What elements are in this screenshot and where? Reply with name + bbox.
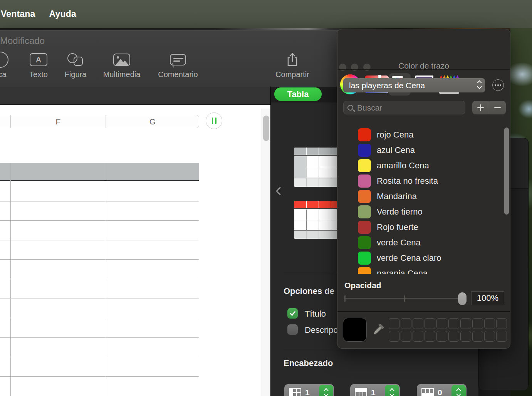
color-swatch [358, 190, 371, 203]
title-checkbox-label: Título [305, 309, 326, 319]
add-column-handle[interactable] [206, 112, 222, 129]
list-scrollbar-thumb[interactable] [504, 128, 509, 215]
color-search-field[interactable] [343, 101, 465, 114]
color-list-item[interactable]: verde Cena claro [337, 250, 510, 266]
color-list-item[interactable]: naranja Cena [337, 266, 510, 274]
color-swatch [358, 159, 371, 172]
spreadsheet-canvas[interactable]: F G [0, 105, 270, 396]
opacity-slider[interactable] [344, 298, 467, 299]
header-columns-icon [289, 388, 301, 396]
column-header-g[interactable]: G [106, 115, 199, 128]
share-icon [286, 53, 299, 67]
header-rows-stepper[interactable]: 1 [350, 384, 400, 396]
menu-ventana[interactable]: Ventana [1, 9, 35, 19]
color-swatch [358, 252, 371, 265]
stepper-up-down-button[interactable] [385, 385, 399, 396]
menu-ayuda[interactable]: Ayuda [49, 9, 76, 19]
palette-select[interactable]: las playeras de Cena [343, 78, 485, 92]
toolbar-comment-button[interactable]: Comentario [154, 53, 202, 79]
color-swatch [358, 128, 371, 141]
description-checkbox-label: Descripc [305, 325, 338, 335]
stepper-up-down-button[interactable] [319, 385, 333, 396]
swatch-dock[interactable] [389, 318, 509, 342]
color-swatch [358, 221, 371, 234]
media-icon [113, 54, 130, 66]
stroke-color-panel: Color de trazo [337, 29, 510, 349]
screen: Ventana Ayuda Modificado fica A Texto F [0, 0, 532, 396]
table-body[interactable] [0, 182, 199, 396]
header-rows-icon [355, 388, 367, 396]
check-icon [290, 310, 295, 316]
color-list-item[interactable]: verde Cena [337, 235, 510, 250]
opacity-label: Opacidad [344, 281, 381, 290]
color-list-item[interactable]: Verde tierno [337, 204, 510, 220]
toolbar-chart-button[interactable]: fica [0, 53, 8, 79]
comment-icon [170, 54, 186, 65]
chevron-left-icon[interactable] [276, 187, 285, 196]
color-list-item[interactable]: Rojo fuerte [337, 220, 510, 235]
footer-rows-stepper[interactable]: 0 [417, 384, 467, 396]
shapes-icon [66, 53, 85, 67]
column-header-partial[interactable] [0, 115, 10, 128]
toolbar-text-button[interactable]: A Texto [25, 53, 52, 79]
search-input[interactable] [356, 103, 449, 113]
eyedropper-icon[interactable] [371, 323, 385, 337]
opacity-slider-thumb[interactable] [458, 292, 467, 305]
color-swatch [358, 144, 371, 157]
add-remove-group [472, 101, 506, 114]
color-swatch [358, 205, 371, 218]
modified-status: Modificado [0, 35, 45, 46]
footer-rows-icon [421, 388, 434, 396]
chart-icon [0, 52, 8, 68]
color-list-item[interactable]: azul Cena [337, 143, 510, 158]
vertical-scrollbar[interactable] [262, 109, 270, 396]
toolbar-media-button[interactable]: Multimedia [99, 53, 144, 79]
pause-bars-icon [212, 117, 213, 124]
column-header-f[interactable]: F [10, 115, 106, 128]
title-checkbox[interactable] [287, 308, 298, 319]
color-swatch [358, 175, 371, 188]
color-list: rojo Cena azul Cena amarillo Cena Rosita… [337, 126, 510, 274]
toolbar-share-button[interactable]: Compartir [270, 53, 315, 79]
current-color-well[interactable] [343, 318, 367, 342]
menu-bar: Ventana Ayuda [0, 0, 532, 28]
table-options-heading: Opciones de [284, 286, 334, 296]
search-icon [347, 105, 353, 111]
palette-options-button[interactable] [492, 79, 504, 91]
select-chevrons-icon [478, 81, 481, 89]
header-columns-stepper[interactable]: 1 [284, 384, 334, 396]
color-list-item[interactable]: rojo Cena [337, 127, 510, 143]
stepper-up-down-button[interactable] [451, 385, 466, 396]
tab-tabla[interactable]: Tabla [274, 87, 322, 101]
remove-color-button[interactable] [489, 101, 506, 114]
add-color-button[interactable] [472, 101, 489, 114]
color-swatch [358, 267, 371, 274]
description-checkbox[interactable] [287, 324, 298, 335]
text-box-icon: A [30, 53, 47, 66]
color-swatch [358, 236, 371, 249]
color-list-item[interactable]: amarillo Cena [337, 158, 510, 173]
color-list-item[interactable]: Mandarina [337, 189, 510, 204]
scrollbar-thumb[interactable] [263, 116, 269, 141]
toolbar-shape-button[interactable]: Figura [61, 53, 90, 79]
opacity-value[interactable]: 100% [471, 291, 504, 305]
color-list-item[interactable]: Rosita no fresita [337, 173, 510, 189]
table-header-row[interactable] [0, 163, 199, 181]
headers-heading: Encabezado [284, 358, 333, 368]
